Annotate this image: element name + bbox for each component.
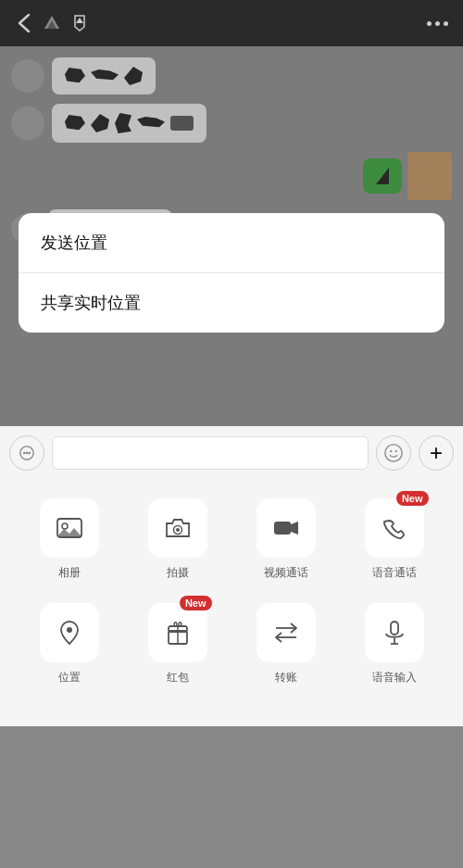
action-item-voice-input[interactable]: 语音输入 (353, 603, 436, 686)
nav-icon-1[interactable] (43, 14, 61, 32)
action-row-1: 相册 拍摄 视频通话 New (15, 498, 448, 581)
input-bar: + (0, 426, 463, 480)
svg-point-6 (28, 452, 31, 455)
svg-marker-2 (76, 18, 83, 23)
svg-point-9 (395, 450, 397, 452)
location-menu: 发送位置 共享实时位置 (19, 213, 444, 333)
camera-label: 拍摄 (167, 565, 189, 581)
action-item-voice-call[interactable]: New 语音通话 (353, 498, 436, 581)
action-item-transfer[interactable]: 转账 (244, 603, 328, 686)
action-item-photos[interactable]: 相册 (28, 498, 111, 581)
location-label: 位置 (58, 670, 81, 686)
more-actions-button[interactable]: + (419, 435, 454, 471)
action-item-video-call[interactable]: 视频通话 (244, 498, 328, 581)
svg-point-5 (26, 452, 29, 455)
svg-point-7 (385, 445, 402, 461)
phone-icon (381, 514, 408, 542)
video-call-icon-box (257, 498, 316, 558)
svg-marker-15 (291, 522, 298, 535)
redpacket-label: 红包 (167, 670, 189, 686)
header (0, 0, 463, 46)
camera-icon-box (148, 498, 207, 558)
photos-icon (56, 514, 83, 542)
voice-input-icon-box (365, 603, 424, 662)
action-panel: 相册 拍摄 视频通话 New (0, 480, 463, 726)
svg-rect-14 (274, 522, 291, 535)
video-call-icon (272, 514, 300, 542)
svg-point-16 (67, 627, 72, 633)
chat-area: 16:42 发送位置 共享实时位置 (0, 46, 463, 426)
location-icon-box (40, 603, 99, 662)
more-button[interactable] (427, 21, 448, 26)
gift-icon (164, 619, 192, 647)
share-realtime-location-button[interactable]: 共享实时位置 (19, 273, 444, 333)
action-item-location[interactable]: 位置 (28, 603, 111, 686)
location-icon (56, 619, 83, 647)
new-badge-redpacket: New (180, 596, 212, 610)
svg-point-4 (23, 452, 26, 455)
svg-point-13 (176, 528, 180, 532)
transfer-label: 转账 (275, 670, 297, 686)
voice-call-icon-box (365, 498, 424, 558)
svg-rect-20 (391, 622, 398, 635)
voice-call-label: 语音通话 (372, 565, 417, 581)
photos-label: 相册 (58, 565, 81, 581)
send-location-button[interactable]: 发送位置 (19, 213, 444, 273)
redpacket-icon-box (148, 603, 207, 662)
transfer-icon (272, 619, 300, 647)
svg-point-8 (390, 450, 392, 452)
action-row-2: 位置 New 红包 (15, 603, 448, 686)
voice-toggle-button[interactable] (9, 435, 44, 471)
action-item-camera[interactable]: 拍摄 (136, 498, 219, 581)
transfer-icon-box (257, 603, 316, 662)
video-call-label: 视频通话 (264, 565, 308, 581)
message-input[interactable] (52, 436, 369, 470)
voice-input-label: 语音输入 (372, 670, 417, 686)
emoji-button[interactable] (376, 435, 411, 471)
action-item-redpacket[interactable]: New 红包 (136, 603, 219, 686)
back-button[interactable] (15, 14, 33, 32)
header-left (15, 14, 89, 32)
svg-point-11 (62, 523, 68, 529)
mic-icon (381, 619, 408, 647)
nav-icon-2[interactable] (70, 14, 89, 32)
photos-icon-box (40, 498, 99, 558)
new-badge: New (396, 491, 429, 506)
camera-icon (164, 514, 192, 542)
